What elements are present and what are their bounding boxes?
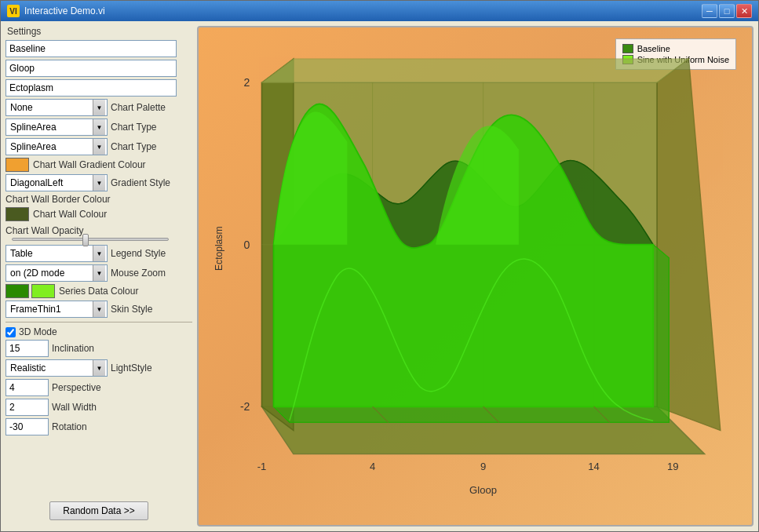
main-window: VI Interactive Demo.vi ─ □ ✕ Settings No… [0, 0, 759, 532]
light-style-row: Realistic ▼ LightStyle [5, 359, 192, 377]
chart-palette-row: None ▼ Chart Palette [5, 99, 192, 116]
wall-width-label: Wall Width [52, 402, 97, 413]
maximize-button[interactable]: □ [719, 4, 735, 18]
y-label-max: 2 [244, 76, 250, 89]
random-data-button[interactable]: Random Data >> [49, 501, 148, 520]
wall-width-row: Wall Width [5, 399, 192, 416]
window-icon: VI [7, 5, 20, 17]
y-label-zero: 0 [244, 239, 250, 251]
chart-wall-opacity-label: Chart Wall Opacity [5, 225, 192, 236]
inclination-input[interactable] [5, 340, 49, 357]
gradient-style-label: Gradient Style [111, 177, 170, 188]
y-axis-title: Ectoplasm [213, 227, 224, 271]
chart-wall-gradient-swatch[interactable] [5, 158, 29, 172]
settings-content: None ▼ Chart Palette SplineArea ▼ Chart … [5, 40, 192, 497]
series-colour-swatch2[interactable] [31, 284, 55, 298]
chart-svg: 2 0 -2 Ectoplasm -1 4 9 14 19 Gloop [199, 27, 752, 525]
perspective-label: Perspective [52, 382, 101, 393]
bottom-bar: Random Data >> [5, 497, 192, 527]
legend-style-row: Table ▼ Legend Style [5, 245, 192, 262]
series-data-colour-row: Series Data Colour [5, 284, 192, 298]
opacity-slider-track [12, 238, 169, 241]
chart-type-label1: Chart Type [111, 122, 156, 133]
skin-style-label: Skin Style [111, 304, 152, 315]
main-content: Settings None ▼ Chart Palette SplineArea… [1, 21, 758, 531]
wall-width-input[interactable] [5, 399, 49, 416]
mouse-zoom-row: on (2D mode ▼ Mouse Zoom [5, 264, 192, 282]
baseline-input[interactable] [5, 40, 177, 57]
light-style-arrow: ▼ [93, 360, 105, 376]
gradient-style-arrow: ▼ [93, 175, 105, 191]
chart-wall-gradient-label: Chart Wall Gradient Colour [33, 159, 146, 170]
legend-style-dropdown[interactable]: Table ▼ [5, 245, 108, 262]
gradient-style-dropdown[interactable]: DiagonalLeft ▼ [5, 174, 108, 191]
threed-mode-label: 3D Mode [19, 326, 57, 337]
chart-type-row2: SplineArea ▼ Chart Type [5, 138, 192, 155]
x-label-3: 9 [480, 461, 486, 472]
chart-wall-opacity-container: Chart Wall Opacity [5, 225, 192, 241]
left-panel: Settings None ▼ Chart Palette SplineArea… [5, 26, 192, 527]
x-label-4: 14 [588, 461, 600, 472]
chart-palette-label: Chart Palette [111, 102, 166, 113]
chart-wall-border-label: Chart Wall Border Colour [5, 194, 111, 205]
rotation-row: Rotation [5, 418, 192, 435]
legend-style-label: Legend Style [111, 248, 166, 259]
threed-mode-row: 3D Mode [5, 326, 192, 337]
chart-type-label2: Chart Type [111, 141, 156, 152]
mouse-zoom-arrow: ▼ [93, 265, 105, 281]
opacity-slider-thumb[interactable] [82, 234, 89, 246]
titlebar-controls: ─ □ ✕ [702, 4, 752, 18]
skin-style-row: FrameThin1 ▼ Skin Style [5, 301, 192, 318]
chart-type-dropdown2[interactable]: SplineArea ▼ [5, 138, 108, 155]
light-style-label: LightStyle [111, 363, 152, 373]
threed-mode-checkbox[interactable] [5, 327, 16, 337]
titlebar: VI Interactive Demo.vi ─ □ ✕ [1, 1, 758, 21]
chart-wall-border-row: Chart Wall Border Colour [5, 194, 192, 205]
x-label-1: -1 [257, 461, 267, 472]
chart-type-arrow2: ▼ [93, 139, 105, 155]
chart-palette-arrow: ▼ [93, 100, 105, 115]
minimize-button[interactable]: ─ [702, 4, 717, 18]
perspective-input[interactable] [5, 379, 49, 396]
chart-type-row1: SplineArea ▼ Chart Type [5, 118, 192, 136]
chart-panel: Baseline Sine with Uniform Noise [197, 26, 754, 527]
titlebar-left: VI Interactive Demo.vi [7, 5, 105, 17]
chart-type-arrow1: ▼ [93, 119, 105, 135]
rotation-label: Rotation [52, 421, 87, 432]
mouse-zoom-dropdown[interactable]: on (2D mode ▼ [5, 264, 108, 282]
skin-style-dropdown[interactable]: FrameThin1 ▼ [5, 301, 108, 318]
legend-style-arrow: ▼ [93, 246, 105, 261]
inclination-label: Inclination [52, 343, 94, 354]
series-data-colour-label: Series Data Colour [59, 286, 138, 297]
chart-wall-colour-row: Chart Wall Colour [5, 207, 192, 221]
svg-marker-4 [262, 59, 689, 82]
chart-type-dropdown1[interactable]: SplineArea ▼ [5, 118, 108, 136]
inclination-row: Inclination [5, 340, 192, 357]
rotation-input[interactable] [5, 418, 49, 435]
perspective-row: Perspective [5, 379, 192, 396]
chart-wall-colour-swatch[interactable] [5, 207, 29, 221]
series-colours [5, 284, 55, 298]
x-axis-title: Gloop [469, 484, 497, 496]
chart-wall-gradient-row: Chart Wall Gradient Colour [5, 158, 192, 172]
x-label-5: 19 [667, 461, 679, 472]
x-label-2: 4 [370, 461, 375, 472]
settings-label: Settings [5, 26, 192, 37]
chart-area: Baseline Sine with Uniform Noise [199, 27, 752, 525]
ectoplasm-input[interactable] [5, 79, 177, 97]
chart-wall-colour-label: Chart Wall Colour [33, 209, 107, 220]
skin-style-arrow: ▼ [93, 301, 105, 317]
y-label-min: -2 [240, 400, 250, 413]
divider1 [5, 322, 192, 322]
gradient-style-row: DiagonalLeft ▼ Gradient Style [5, 174, 192, 191]
window-title: Interactive Demo.vi [24, 5, 105, 16]
chart-palette-dropdown[interactable]: None ▼ [5, 99, 108, 116]
mouse-zoom-label: Mouse Zoom [111, 268, 166, 279]
series-colour-swatch1[interactable] [5, 284, 29, 298]
gloop-input[interactable] [5, 60, 177, 77]
close-button[interactable]: ✕ [736, 4, 752, 18]
light-style-dropdown[interactable]: Realistic ▼ [5, 359, 108, 377]
